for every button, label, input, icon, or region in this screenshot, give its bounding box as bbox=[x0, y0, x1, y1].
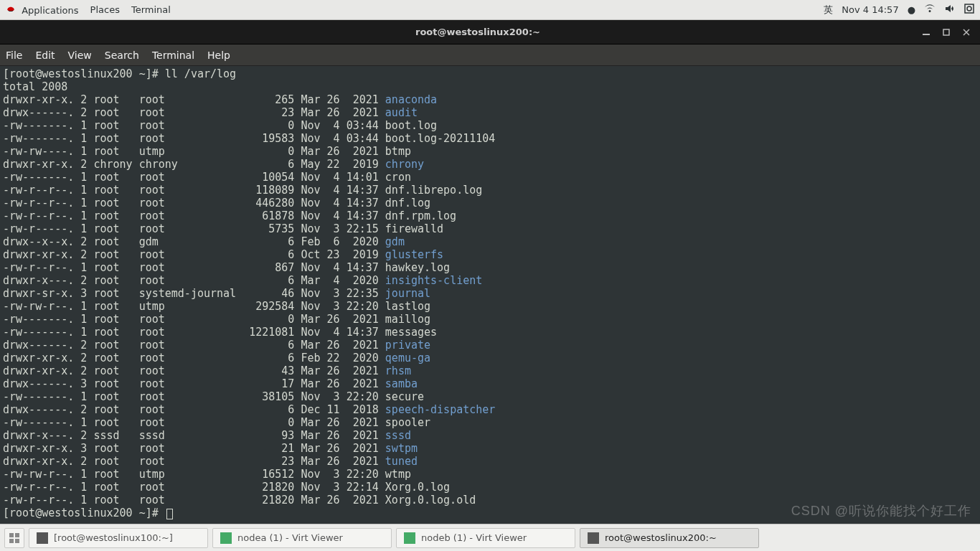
svg-rect-5 bbox=[15, 533, 19, 537]
notification-dot: ● bbox=[908, 4, 915, 15]
listing-row: drwxr-xr-x. 2 chrony chrony 6 May 22 201… bbox=[3, 158, 977, 171]
terminal-icon bbox=[37, 532, 48, 544]
listing-row: drwx------. 3 root root 17 Mar 26 2021 s… bbox=[3, 377, 977, 390]
listing-row: -rw-------. 1 root root 19583 Nov 4 03:4… bbox=[3, 132, 977, 145]
listing-row: drwxr-xr-x. 2 root root 23 Mar 26 2021 t… bbox=[3, 455, 977, 468]
topbar-left: Applications Places Terminal bbox=[6, 4, 171, 16]
volume-icon[interactable] bbox=[944, 4, 956, 16]
listing-row: -rw-rw----. 1 root utmp 0 Mar 26 2021 bt… bbox=[3, 145, 977, 158]
svg-rect-2 bbox=[923, 34, 930, 35]
svg-rect-7 bbox=[15, 539, 19, 543]
listing-row: -rw-r--r--. 1 root root 446280 Nov 4 14:… bbox=[3, 197, 977, 209]
menu-edit[interactable]: Edit bbox=[35, 50, 55, 61]
listing-row: drwxr-xr-x. 3 root root 21 Mar 26 2021 s… bbox=[3, 442, 977, 455]
listing-row: drwxr-xr-x. 2 root root 43 Mar 26 2021 r… bbox=[3, 364, 977, 377]
prompt-line: [root@westoslinux200 ~]# ll /var/log bbox=[3, 67, 977, 80]
listing-row: -rw-r--r--. 1 root root 118089 Nov 4 14:… bbox=[3, 184, 977, 197]
close-button[interactable] bbox=[961, 27, 971, 37]
cursor bbox=[166, 509, 173, 519]
listing-row: -rw-r--r--. 1 root root 21820 Nov 3 22:1… bbox=[3, 481, 977, 494]
minimize-button[interactable] bbox=[921, 27, 931, 37]
listing-row: -rw-rw-r--. 1 root utmp 292584 Nov 3 22:… bbox=[3, 300, 977, 313]
svg-rect-0 bbox=[965, 4, 974, 13]
listing-row: drwxr-xr-x. 2 root root 265 Mar 26 2021 … bbox=[3, 93, 977, 106]
listing-row: drwx------. 2 root root 23 Mar 26 2021 a… bbox=[3, 106, 977, 119]
desktop-taskbar: [root@westoslinux100:~] nodea (1) - Virt… bbox=[0, 524, 980, 551]
listing-row: drwxr-xr-x. 2 root root 6 Feb 22 2020 qe… bbox=[3, 352, 977, 364]
listing-row: -rw-r-----. 1 root root 5735 Nov 3 22:15… bbox=[3, 222, 977, 235]
listing-row: -rw-------. 1 root root 0 Mar 26 2021 sp… bbox=[3, 416, 977, 429]
svg-rect-4 bbox=[9, 533, 14, 537]
listing-row: -rw-------. 1 root root 1221081 Nov 4 14… bbox=[3, 326, 977, 339]
topbar-right: 英 Nov 4 14:57 ● bbox=[824, 4, 974, 17]
task-label: [root@westoslinux100:~] bbox=[54, 532, 173, 543]
listing-row: drwxr-sr-x. 3 root systemd-journal 46 No… bbox=[3, 287, 977, 300]
maximize-button[interactable] bbox=[941, 27, 951, 37]
svg-rect-3 bbox=[943, 29, 949, 35]
window-titlebar[interactable]: root@westoslinux200:~ bbox=[0, 20, 980, 44]
listing-row: -rw-r--r--. 1 root root 61878 Nov 4 14:3… bbox=[3, 209, 977, 222]
listing-row: -rw-------. 1 root root 10054 Nov 4 14:0… bbox=[3, 171, 977, 184]
menu-search[interactable]: Search bbox=[105, 50, 139, 61]
power-icon[interactable] bbox=[964, 4, 974, 16]
listing-row: -rw-------. 1 root root 0 Nov 4 03:44 bo… bbox=[3, 119, 977, 132]
desktop-topbar: Applications Places Terminal 英 Nov 4 14:… bbox=[0, 0, 980, 20]
terminal-icon bbox=[588, 532, 599, 544]
listing-row: -rw-r--r--. 1 root root 867 Nov 4 14:37 … bbox=[3, 261, 977, 274]
listing-row: -rw-rw-r--. 1 root utmp 16512 Nov 3 22:2… bbox=[3, 468, 977, 481]
network-icon[interactable] bbox=[924, 4, 936, 16]
show-desktop-button[interactable] bbox=[4, 528, 24, 548]
window-title: root@westoslinux200:~ bbox=[43, 27, 913, 37]
menu-file[interactable]: File bbox=[6, 50, 22, 61]
redhat-icon bbox=[6, 4, 16, 14]
task-label: nodeb (1) - Virt Viewer bbox=[421, 532, 527, 543]
monitor-icon bbox=[220, 532, 232, 544]
monitor-icon bbox=[404, 532, 415, 544]
svg-rect-6 bbox=[9, 539, 14, 543]
listing-row: -rw-r--r--. 1 root root 21820 Mar 26 202… bbox=[3, 494, 977, 507]
menu-terminal[interactable]: Terminal bbox=[152, 50, 194, 61]
clock[interactable]: Nov 4 14:57 bbox=[842, 4, 898, 15]
total-line: total 2008 bbox=[3, 80, 977, 93]
terminal-menubar: File Edit View Search Terminal Help bbox=[0, 44, 980, 66]
terminal-menu[interactable]: Terminal bbox=[131, 4, 171, 15]
activities-menu[interactable]: Applications bbox=[6, 4, 79, 16]
menu-view[interactable]: View bbox=[68, 50, 92, 61]
prompt-line: [root@westoslinux200 ~]# bbox=[3, 507, 977, 519]
task-label: root@westoslinux200:~ bbox=[605, 532, 717, 543]
task-label: nodea (1) - Virt Viewer bbox=[237, 532, 343, 543]
terminal-output[interactable]: [root@westoslinux200 ~]# ll /var/logtota… bbox=[0, 66, 980, 524]
listing-row: -rw-------. 1 root root 0 Mar 26 2021 ma… bbox=[3, 313, 977, 326]
apps-label: Applications bbox=[22, 5, 78, 16]
listing-row: drwxr-xr-x. 2 root root 6 Oct 23 2019 gl… bbox=[3, 248, 977, 261]
listing-row: drwxr-x---. 2 root root 6 Mar 4 2020 ins… bbox=[3, 274, 977, 287]
task-terminal-200[interactable]: root@westoslinux200:~ bbox=[580, 528, 759, 548]
listing-row: drwx------. 2 root root 6 Dec 11 2018 sp… bbox=[3, 403, 977, 416]
task-virt-nodeb[interactable]: nodeb (1) - Virt Viewer bbox=[396, 528, 575, 548]
listing-row: drwx------. 2 root root 6 Mar 26 2021 pr… bbox=[3, 339, 977, 352]
task-terminal-100[interactable]: [root@westoslinux100:~] bbox=[29, 528, 208, 548]
listing-row: drwx--x--x. 2 root gdm 6 Feb 6 2020 gdm bbox=[3, 235, 977, 248]
terminal-window: root@westoslinux200:~ File Edit View Sea… bbox=[0, 20, 980, 524]
menu-help[interactable]: Help bbox=[207, 50, 230, 61]
places-menu[interactable]: Places bbox=[90, 4, 120, 15]
input-method-indicator[interactable]: 英 bbox=[824, 4, 833, 17]
svg-point-1 bbox=[967, 6, 971, 11]
listing-row: -rw-------. 1 root root 38105 Nov 3 22:2… bbox=[3, 390, 977, 403]
listing-row: drwxr-x---. 2 sssd sssd 93 Mar 26 2021 s… bbox=[3, 429, 977, 442]
task-virt-nodea[interactable]: nodea (1) - Virt Viewer bbox=[212, 528, 392, 548]
